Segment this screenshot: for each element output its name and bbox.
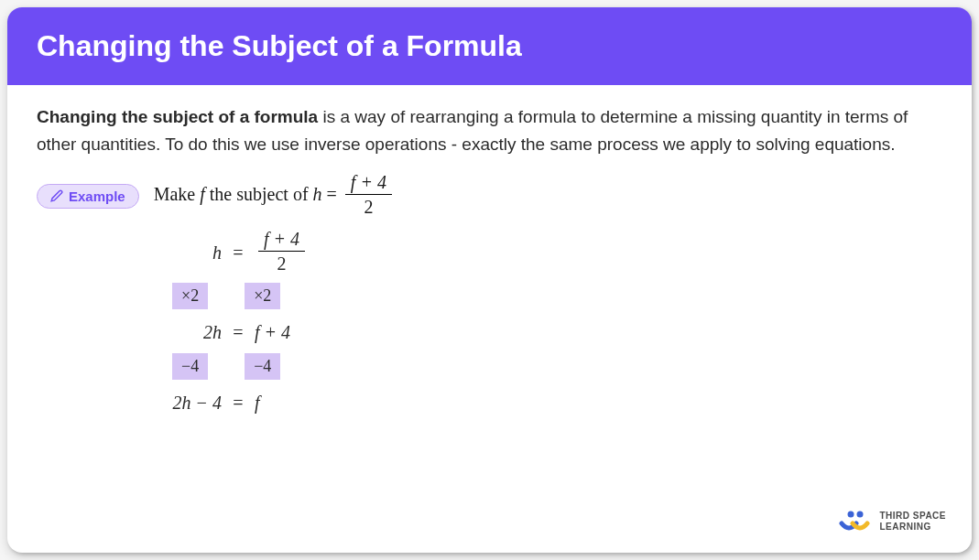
card-header: Changing the Subject of a Formula xyxy=(7,7,972,85)
logo-text-2: LEARNING xyxy=(879,522,946,533)
op1-left: ×2 xyxy=(172,283,208,309)
working-steps: h = f + 4 2 ×2 ×2 2h = f + 4 xyxy=(147,230,942,418)
op2-right: −4 xyxy=(245,353,280,380)
example-row: Example Make f the subject of h = f + 42 xyxy=(37,174,942,219)
prompt-mid: the subject of xyxy=(205,184,313,204)
step1-eq: = xyxy=(229,242,247,264)
step-1: h = f + 4 2 xyxy=(147,230,942,277)
step2-rhs: f + 4 xyxy=(247,322,290,343)
op2-left: −4 xyxy=(172,353,208,380)
step1-den: 2 xyxy=(258,252,305,274)
logo-icon xyxy=(839,509,870,534)
step2-eq: = xyxy=(229,322,247,343)
example-badge: Example xyxy=(37,184,139,209)
pencil-icon xyxy=(50,189,63,202)
description-bold: Changing the subject of a formula xyxy=(37,107,318,126)
step-2: 2h = f + 4 xyxy=(147,318,942,348)
step3-rhs: f xyxy=(247,393,260,414)
op1-right: ×2 xyxy=(245,283,280,309)
prompt-num: f + 4 xyxy=(345,172,392,195)
step2-lhs: 2h xyxy=(147,322,229,343)
prompt-lhs: h xyxy=(313,184,322,204)
step3-lhs: 2h − 4 xyxy=(147,393,229,414)
step1-num: f + 4 xyxy=(258,229,305,252)
step1-fraction: f + 4 2 xyxy=(258,229,305,274)
step1-rhs: f + 4 2 xyxy=(247,231,309,275)
prompt-pre: Make xyxy=(154,184,201,204)
svg-point-1 xyxy=(857,512,864,518)
logo-text-1: THIRD SPACE xyxy=(879,511,946,522)
description-text: Changing the subject of a formula is a w… xyxy=(37,103,942,159)
prompt-den: 2 xyxy=(345,195,392,217)
card-content: Changing the subject of a formula is a w… xyxy=(7,85,972,442)
prompt-fraction: f + 42 xyxy=(345,172,392,217)
operation-2: −4 −4 xyxy=(172,353,942,380)
step-3: 2h − 4 = f xyxy=(147,389,942,418)
example-badge-label: Example xyxy=(69,188,125,204)
operation-1: ×2 ×2 xyxy=(172,283,942,309)
prompt-eq: = xyxy=(322,184,342,204)
page-title: Changing the Subject of a Formula xyxy=(37,29,942,63)
lesson-card: Changing the Subject of a Formula Changi… xyxy=(7,7,972,553)
example-prompt: Make f the subject of h = f + 42 xyxy=(154,174,396,219)
step3-eq: = xyxy=(229,393,247,414)
logo-text: THIRD SPACE LEARNING xyxy=(879,511,946,533)
step1-lhs: h xyxy=(147,242,229,264)
svg-point-0 xyxy=(848,512,854,518)
brand-logo: THIRD SPACE LEARNING xyxy=(839,509,946,534)
